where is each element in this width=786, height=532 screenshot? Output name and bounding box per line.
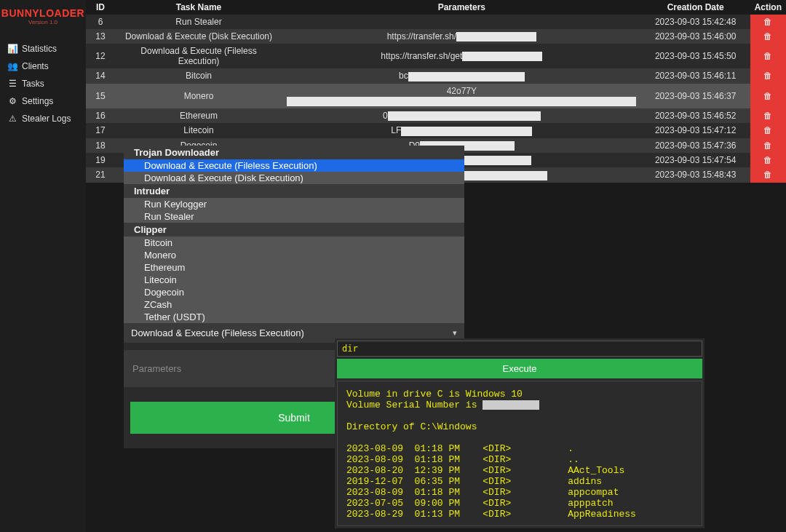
cell-params: https://transfer.sh/ (282, 29, 641, 44)
nav-icon: 📊 (7, 44, 17, 54)
cell-params (282, 15, 641, 29)
menu-item[interactable]: Run Keylogger (124, 198, 464, 210)
execute-button[interactable]: Execute (337, 359, 702, 378)
menu-item[interactable]: Bitcoin (124, 237, 464, 249)
cell-id: 18 (86, 138, 115, 153)
trash-icon: 🗑 (763, 125, 772, 135)
terminal-line: Volume Serial Number is (346, 400, 693, 410)
table-row: 12Download & Execute (Fileless Execution… (86, 44, 786, 68)
delete-button[interactable]: 🗑 (750, 153, 786, 167)
menu-item[interactable]: Litecoin (124, 274, 464, 286)
sidebar-item-clients[interactable]: 👥Clients (0, 57, 86, 75)
delete-button[interactable]: 🗑 (750, 68, 786, 83)
sidebar-item-tasks[interactable]: ☰Tasks (0, 75, 86, 92)
trash-icon: 🗑 (763, 140, 772, 151)
cell-date: 2023-09-03 15:42:48 (641, 15, 750, 29)
cell-date: 2023-09-03 15:46:00 (641, 29, 750, 44)
delete-button[interactable]: 🗑 (750, 138, 786, 153)
cell-id: 17 (86, 123, 115, 138)
sidebar-item-stealer-logs[interactable]: ⚠Stealer Logs (0, 110, 86, 127)
delete-button[interactable]: 🗑 (750, 29, 786, 44)
trash-icon: 🗑 (763, 170, 772, 180)
menu-item[interactable]: Monero (124, 249, 464, 261)
delete-button[interactable]: 🗑 (750, 84, 786, 108)
cell-date: 2023-09-03 15:47:36 (641, 138, 750, 153)
col-date: Creation Date (641, 0, 750, 15)
brand-name: BUNNYLOADER (0, 7, 86, 19)
col-params: Parameters (282, 0, 641, 15)
chevron-down-icon: ▾ (453, 328, 457, 338)
cell-date: 2023-09-03 15:47:12 (641, 123, 750, 138)
cell-params: LF (282, 123, 641, 138)
sidebar-item-settings[interactable]: ⚙Settings (0, 92, 86, 110)
menu-item[interactable]: Ethereum (124, 261, 464, 274)
cell-date: 2023-09-03 15:46:52 (641, 108, 750, 123)
menu-header: Clipper (124, 223, 464, 237)
cell-params: https://transfer.sh/get (282, 44, 641, 68)
table-row: 16Ethereum02023-09-03 15:46:52🗑 (86, 108, 786, 123)
table-row: 14Bitcoinbc2023-09-03 15:46:11🗑 (86, 68, 786, 83)
delete-button[interactable]: 🗑 (750, 123, 786, 138)
cell-date: 2023-09-03 15:46:11 (641, 68, 750, 83)
cell-date: 2023-09-03 15:45:50 (641, 44, 750, 68)
delete-button[interactable]: 🗑 (750, 108, 786, 123)
nav-label: Clients (22, 61, 49, 71)
cell-id: 19 (86, 153, 115, 167)
menu-item[interactable]: Dogecoin (124, 286, 464, 298)
nav-icon: ⚠ (7, 114, 17, 124)
trash-icon: 🗑 (763, 17, 772, 27)
terminal-output[interactable]: Volume in drive C is Windows 10Volume Se… (337, 381, 702, 526)
console-panel: dir Execute Volume in drive C is Windows… (335, 338, 704, 528)
cell-id: 6 (86, 15, 115, 29)
trash-icon: 🗑 (763, 111, 772, 121)
task-select-value: Download & Execute (Fileless Execution) (131, 327, 304, 338)
terminal-line: 2023-08-09 01:18 PM <DIR> .. (346, 454, 693, 465)
menu-item[interactable]: ZCash (124, 298, 464, 311)
col-action: Action (750, 0, 786, 15)
menu-header: Intruder (124, 184, 464, 198)
redacted (462, 52, 542, 61)
nav-icon: 👥 (7, 61, 17, 71)
redacted (408, 72, 525, 82)
terminal-line (346, 410, 693, 421)
cell-params: 42o77Y (282, 84, 641, 108)
col-id: ID (86, 0, 115, 15)
menu-item[interactable]: Download & Execute (Disk Execution) (124, 172, 464, 184)
redacted (388, 111, 541, 121)
delete-button[interactable]: 🗑 (750, 15, 786, 29)
cell-id: 14 (86, 68, 115, 83)
cell-date: 2023-09-03 15:47:54 (641, 153, 750, 167)
terminal-line: Directory of C:\Windows (346, 421, 693, 432)
terminal-line (346, 432, 693, 443)
cell-id: 15 (86, 84, 115, 108)
menu-header: Trojan Downloader (124, 146, 464, 159)
terminal-line: Volume in drive C is Windows 10 (346, 389, 693, 400)
brand-version: Version 1.0 (0, 19, 86, 25)
menu-item[interactable]: Tether (USDT) (124, 311, 464, 323)
terminal-line: 2023-07-05 09:00 PM <DIR> apppatch (346, 498, 693, 509)
terminal-line: 2023-08-20 12:39 PM <DIR> AAct_Tools (346, 465, 693, 476)
trash-icon: 🗑 (763, 91, 772, 101)
cell-params: bc (282, 68, 641, 83)
cell-params: 0 (282, 108, 641, 123)
trash-icon: 🗑 (763, 155, 772, 165)
terminal-line: 2019-12-07 06:35 PM <DIR> addins (346, 476, 693, 487)
cell-date: 2023-09-03 15:46:37 (641, 84, 750, 108)
table-row: 15Monero42o77Y2023-09-03 15:46:37🗑 (86, 84, 786, 108)
delete-button[interactable]: 🗑 (750, 44, 786, 68)
delete-button[interactable]: 🗑 (750, 167, 786, 182)
cell-id: 21 (86, 167, 115, 182)
nav-label: Settings (22, 96, 53, 106)
menu-item[interactable]: Run Stealer (124, 210, 464, 223)
nav-label: Statistics (22, 44, 57, 54)
terminal-line: 2023-08-29 01:13 PM <DIR> AppReadiness (346, 509, 693, 520)
cell-id: 13 (86, 29, 115, 44)
redacted (401, 127, 532, 136)
cell-task: Bitcoin (115, 68, 282, 83)
command-input[interactable]: dir (337, 341, 702, 357)
cell-id: 16 (86, 108, 115, 123)
sidebar-item-statistics[interactable]: 📊Statistics (0, 40, 86, 57)
col-task: Task Name (115, 0, 282, 15)
cell-task: Run Stealer (115, 15, 282, 29)
menu-item[interactable]: Download & Execute (Fileless Execution) (124, 159, 464, 172)
